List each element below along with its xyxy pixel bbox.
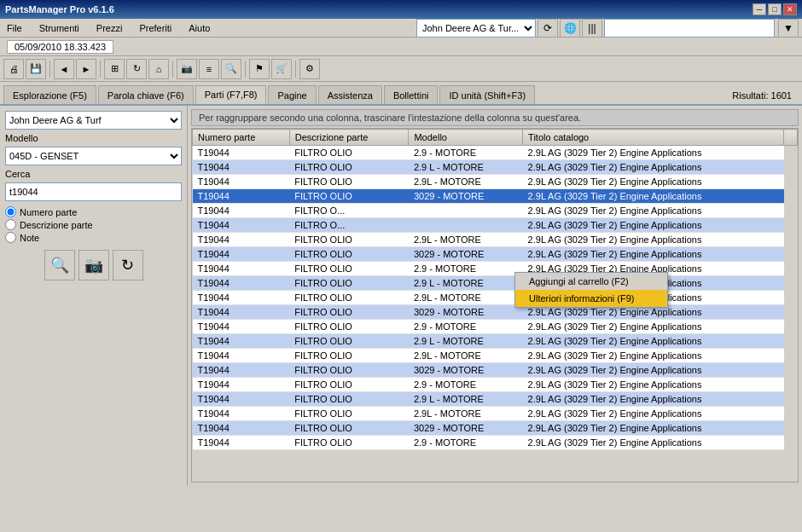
cell-catalog: 2.9L AG (3029 Tier 2) Engine Application…: [523, 392, 784, 407]
menu-aiuto[interactable]: Aiuto: [185, 21, 213, 35]
save-button[interactable]: 💾: [26, 59, 46, 79]
table-row[interactable]: T19044FILTRO OLIO2.9 - MOTORE2.9L AG (30…: [193, 262, 798, 276]
context-menu-item-cart[interactable]: Aggiungi al carrello (F2): [515, 273, 667, 290]
cell-model: 2.9L - MOTORE: [409, 291, 523, 305]
table-row[interactable]: T19044FILTRO O...2.9L AG (3029 Tier 2) E…: [193, 218, 798, 233]
cell-description: FILTRO OLIO: [289, 276, 409, 291]
gear-button[interactable]: ⚙: [299, 59, 320, 79]
print-button[interactable]: 🖨: [3, 59, 24, 79]
table-row[interactable]: T19044FILTRO OLIO3029 - MOTORE2.9L AG (3…: [193, 421, 798, 436]
table-row[interactable]: T19044FILTRO OLIO2.9 - MOTORE2.9L AG (30…: [193, 436, 798, 450]
radio-note[interactable]: Note: [5, 232, 182, 243]
refresh-icon[interactable]: ⟳: [538, 19, 558, 38]
cart-button[interactable]: 🛒: [271, 59, 292, 79]
table-container[interactable]: Numero parte Descrizione parte Modello T…: [191, 128, 799, 483]
camera-left-button[interactable]: 📷: [78, 250, 109, 280]
tab-esplorazione[interactable]: Esplorazione (F5): [3, 85, 96, 104]
cell-catalog: 2.9L AG (3029 Tier 2) Engine Application…: [523, 189, 784, 204]
cell-model: 2.9L - MOTORE: [409, 175, 523, 189]
table-row[interactable]: T19044FILTRO OLIO3029 - MOTORE2.9L AG (3…: [193, 189, 798, 204]
parts-table: Numero parte Descrizione parte Modello T…: [192, 129, 798, 450]
tab-id-unita[interactable]: ID unità (Shift+F3): [439, 85, 535, 104]
cell-description: FILTRO OLIO: [289, 146, 409, 160]
menu-prezzi[interactable]: Prezzi: [93, 21, 126, 35]
main-content: John Deere AG & Turf Modello 045D - GENS…: [0, 106, 802, 486]
search-bar-right: ▼: [604, 19, 799, 38]
expand-button[interactable]: ⊞: [104, 59, 125, 79]
cell-part-number: T19044: [193, 305, 290, 320]
col-modello[interactable]: Modello: [409, 130, 523, 146]
drag-hint: Per raggruppare secondo una colonna, tra…: [191, 109, 799, 126]
cell-description: FILTRO O...: [289, 218, 409, 233]
top-search-input[interactable]: [604, 19, 775, 38]
globe-icon[interactable]: 🌐: [560, 19, 580, 38]
flag-button[interactable]: ⚑: [249, 59, 270, 79]
table-row[interactable]: T19044FILTRO OLIO3029 - MOTORE2.9L AG (3…: [193, 305, 798, 320]
menu-preferiti[interactable]: Preferiti: [136, 21, 175, 35]
camera-button[interactable]: 📷: [177, 59, 197, 79]
home-button[interactable]: ⌂: [148, 59, 169, 79]
cell-catalog: 2.9L AG (3029 Tier 2) Engine Application…: [523, 175, 784, 189]
refresh-left-button[interactable]: ↻: [113, 250, 143, 280]
list-button[interactable]: ≡: [199, 59, 219, 79]
table-row[interactable]: T19044FILTRO OLIO2.9L - MOTORE2.9L AG (3…: [193, 349, 798, 363]
minimize-button[interactable]: ─: [753, 3, 766, 15]
cell-description: FILTRO OLIO: [289, 392, 409, 407]
table-row[interactable]: T19044FILTRO OLIO2.9 L - MOTORE2.9L AG (…: [193, 392, 798, 407]
radio-numero-parte[interactable]: Numero parte: [5, 206, 182, 217]
context-menu-item-info[interactable]: Ulteriori informazioni (F9): [515, 290, 667, 307]
table-row[interactable]: T19044FILTRO OLIO3029 - MOTORE2.9L AG (3…: [193, 247, 798, 262]
table-row[interactable]: T19044FILTRO OLIO2.9L - MOTORE2.9L AG (3…: [193, 233, 798, 247]
table-row[interactable]: T19044FILTRO OLIO2.9L - MOTORE2.9L AG (3…: [193, 175, 798, 189]
table-row[interactable]: T19044FILTRO O...2.9L AG (3029 Tier 2) E…: [193, 204, 798, 218]
cell-model: [409, 204, 523, 218]
table-row[interactable]: T19044FILTRO OLIO2.9 - MOTORE2.9L AG (30…: [193, 146, 798, 160]
maximize-button[interactable]: □: [768, 3, 782, 15]
dealer-dropdown[interactable]: John Deere AG & Tur...: [416, 19, 536, 38]
cell-part-number: T19044: [193, 436, 290, 450]
table-row[interactable]: T19044FILTRO OLIO2.9 L - MOTORE2.9L AG (…: [193, 334, 798, 349]
col-titolo-catalogo[interactable]: Titolo catalogo: [523, 130, 784, 146]
cell-catalog: 2.9L AG (3029 Tier 2) Engine Application…: [523, 378, 784, 392]
table-row[interactable]: T19044FILTRO OLIO2.9 - MOTORE2.9L AG (30…: [193, 378, 798, 392]
col-scroll-spacer: [784, 130, 798, 146]
cell-catalog: 2.9L AG (3029 Tier 2) Engine Application…: [523, 349, 784, 363]
cell-part-number: T19044: [193, 349, 290, 363]
cell-catalog: 2.9L AG (3029 Tier 2) Engine Application…: [523, 233, 784, 247]
tab-bollettini[interactable]: Bollettini: [384, 85, 439, 104]
search-button[interactable]: 🔍: [44, 250, 75, 280]
menu-strumenti[interactable]: Strumenti: [36, 21, 83, 35]
col-numero-parte[interactable]: Numero parte: [193, 130, 290, 146]
table-row[interactable]: T19044FILTRO OLIO2.9 - MOTORE2.9L AG (30…: [193, 320, 798, 334]
cell-part-number: T19044: [193, 407, 290, 421]
refresh-button[interactable]: ↻: [126, 59, 147, 79]
tab-parola-chiave[interactable]: Parola chiave (F6): [98, 85, 194, 104]
search-go-icon[interactable]: ▼: [778, 19, 799, 38]
dealer-left-dropdown[interactable]: John Deere AG & Turf: [5, 111, 182, 130]
tab-pagine[interactable]: Pagine: [268, 85, 316, 104]
table-row[interactable]: T19044FILTRO OLIO2.9 L - MOTORE2.9L AG (…: [193, 160, 798, 175]
back-button[interactable]: ◄: [54, 59, 74, 79]
barcode-icon[interactable]: |||: [582, 19, 602, 38]
cell-description: FILTRO OLIO: [289, 175, 409, 189]
menu-file[interactable]: File: [3, 21, 26, 35]
search2-button[interactable]: 🔍: [221, 59, 241, 79]
close-button[interactable]: ✕: [783, 3, 797, 15]
model-dropdown[interactable]: 045D - GENSET: [5, 147, 182, 165]
tab-parti[interactable]: Parti (F7,F8): [195, 85, 267, 104]
tab-assistenza[interactable]: Assistenza: [318, 85, 382, 104]
table-row[interactable]: T19044FILTRO OLIO3029 - MOTORE2.9L AG (3…: [193, 363, 798, 378]
forward-button[interactable]: ►: [76, 59, 96, 79]
tabs-bar: Esplorazione (F5) Parola chiave (F6) Par…: [0, 82, 802, 106]
table-row[interactable]: T19044FILTRO OLIO2.9L - MOTORE2.9L AG (3…: [193, 407, 798, 421]
cell-model: 3029 - MOTORE: [409, 421, 523, 436]
cell-description: FILTRO OLIO: [289, 247, 409, 262]
col-descrizione-parte[interactable]: Descrizione parte: [289, 130, 409, 146]
radio-descrizione-parte[interactable]: Descrizione parte: [5, 219, 182, 230]
search-input[interactable]: [5, 182, 182, 201]
table-row[interactable]: T19044FILTRO OLIO2.9L - MOTORE2.9L AG (3…: [193, 291, 798, 305]
table-row[interactable]: T19044FILTRO OLIO2.9 L - MOTORE2.9L AG (…: [193, 276, 798, 291]
cell-catalog: 2.9L AG (3029 Tier 2) Engine Application…: [523, 146, 784, 160]
cell-catalog: 2.9L AG (3029 Tier 2) Engine Application…: [523, 160, 784, 175]
cell-catalog: 2.9L AG (3029 Tier 2) Engine Application…: [523, 247, 784, 262]
